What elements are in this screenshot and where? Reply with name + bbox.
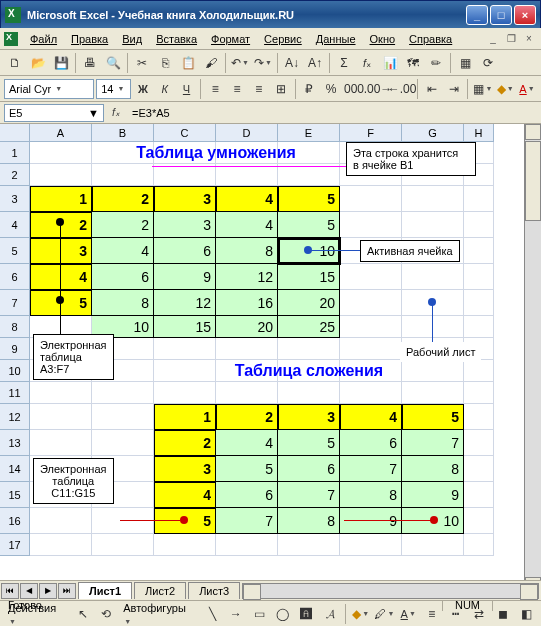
cell[interactable]: [340, 382, 402, 404]
drawing-icon[interactable]: ✏: [425, 52, 447, 74]
cell[interactable]: [278, 338, 340, 360]
cell[interactable]: 6: [92, 264, 154, 290]
cell[interactable]: 15: [154, 316, 216, 338]
font-size-combo[interactable]: 14▼: [96, 79, 131, 99]
sheet-tab-1[interactable]: Лист1: [78, 582, 132, 599]
cell[interactable]: 4: [340, 404, 402, 430]
formula-input[interactable]: =E3*A5: [128, 107, 541, 119]
cell[interactable]: [30, 382, 92, 404]
row-header[interactable]: 2: [0, 164, 30, 186]
cell[interactable]: [340, 264, 402, 290]
cell[interactable]: [30, 164, 92, 186]
cell[interactable]: 5: [278, 186, 340, 212]
line-style-icon[interactable]: ≡: [421, 603, 443, 625]
autoshapes-menu[interactable]: Автофигуры ▼: [119, 602, 199, 626]
actions-menu[interactable]: Действия ▼: [4, 602, 70, 626]
col-header[interactable]: A: [30, 124, 92, 142]
row-header[interactable]: 11: [0, 382, 30, 404]
row-header[interactable]: 4: [0, 212, 30, 238]
cell[interactable]: [464, 212, 494, 238]
cell[interactable]: [216, 164, 278, 186]
sort-desc-icon[interactable]: A↑: [304, 52, 326, 74]
cell[interactable]: [30, 142, 92, 164]
menu-insert[interactable]: Вставка: [150, 31, 203, 47]
cell[interactable]: Таблица умножения: [92, 142, 340, 164]
percent-icon[interactable]: %: [321, 78, 341, 100]
cell[interactable]: 8: [278, 508, 340, 534]
cell[interactable]: [92, 534, 154, 556]
cell[interactable]: 3: [154, 212, 216, 238]
cell[interactable]: 2: [92, 212, 154, 238]
cell[interactable]: 16: [216, 290, 278, 316]
cell[interactable]: [340, 534, 402, 556]
pointer-icon[interactable]: ↖: [72, 603, 94, 625]
cell[interactable]: [464, 238, 494, 264]
cut-icon[interactable]: ✂: [131, 52, 153, 74]
cell[interactable]: 1: [30, 186, 92, 212]
cell[interactable]: [464, 382, 494, 404]
cell[interactable]: 8: [340, 482, 402, 508]
rotate-icon[interactable]: ⟲: [96, 603, 118, 625]
name-box[interactable]: E5▼: [4, 104, 104, 122]
col-header[interactable]: G: [402, 124, 464, 142]
cell[interactable]: 2: [216, 404, 278, 430]
shadow-icon[interactable]: ◼: [492, 603, 514, 625]
close-button[interactable]: ×: [514, 5, 536, 25]
cell[interactable]: 3: [154, 186, 216, 212]
cell[interactable]: 4: [216, 186, 278, 212]
font-name-combo[interactable]: Arial Cyr▼: [4, 79, 94, 99]
border-icon[interactable]: ▦▼: [472, 78, 493, 100]
cell[interactable]: [340, 316, 402, 338]
cell[interactable]: 4: [154, 482, 216, 508]
cell[interactable]: 7: [340, 456, 402, 482]
cell[interactable]: 2: [92, 186, 154, 212]
row-header[interactable]: 1: [0, 142, 30, 164]
cell[interactable]: [92, 164, 154, 186]
cell[interactable]: 4: [216, 212, 278, 238]
new-icon[interactable]: 🗋: [4, 52, 26, 74]
save-icon[interactable]: 💾: [50, 52, 72, 74]
refresh-icon[interactable]: ⟳: [477, 52, 499, 74]
menu-tools[interactable]: Сервис: [258, 31, 308, 47]
cell[interactable]: [30, 508, 92, 534]
col-header[interactable]: C: [154, 124, 216, 142]
cell[interactable]: 8: [402, 456, 464, 482]
format-painter-icon[interactable]: 🖌: [200, 52, 222, 74]
line-icon[interactable]: ╲: [201, 603, 223, 625]
cell[interactable]: 4: [92, 238, 154, 264]
minimize-button[interactable]: _: [466, 5, 488, 25]
cell[interactable]: 20: [278, 290, 340, 316]
menu-window[interactable]: Окно: [364, 31, 402, 47]
cell[interactable]: 3: [278, 404, 340, 430]
wordart-icon[interactable]: 𝓐: [319, 603, 341, 625]
cell[interactable]: 7: [278, 482, 340, 508]
cell[interactable]: Таблица сложения: [154, 360, 464, 382]
comma-icon[interactable]: 000: [343, 78, 365, 100]
cell[interactable]: 4: [30, 264, 92, 290]
tab-first-icon[interactable]: ⏮: [1, 583, 19, 599]
paste-icon[interactable]: 📋: [177, 52, 199, 74]
cell[interactable]: 9: [154, 264, 216, 290]
cell[interactable]: 9: [340, 508, 402, 534]
cell[interactable]: [278, 164, 340, 186]
cell[interactable]: [340, 212, 402, 238]
tab-prev-icon[interactable]: ◀: [20, 583, 38, 599]
col-header[interactable]: H: [464, 124, 494, 142]
doc-close-icon[interactable]: ×: [521, 32, 537, 46]
cell[interactable]: [30, 534, 92, 556]
cell[interactable]: [402, 534, 464, 556]
cell[interactable]: [92, 382, 154, 404]
tab-last-icon[interactable]: ⏭: [58, 583, 76, 599]
cell[interactable]: 6: [340, 430, 402, 456]
inc-indent-icon[interactable]: ⇥: [444, 78, 464, 100]
cell[interactable]: [30, 404, 92, 430]
fx-icon[interactable]: fₓ: [356, 52, 378, 74]
cell[interactable]: [92, 404, 154, 430]
cell[interactable]: [30, 430, 92, 456]
bold-icon[interactable]: Ж: [133, 78, 153, 100]
cell[interactable]: [464, 360, 494, 382]
cell[interactable]: [216, 534, 278, 556]
tab-next-icon[interactable]: ▶: [39, 583, 57, 599]
cell[interactable]: [464, 290, 494, 316]
cell[interactable]: [340, 186, 402, 212]
